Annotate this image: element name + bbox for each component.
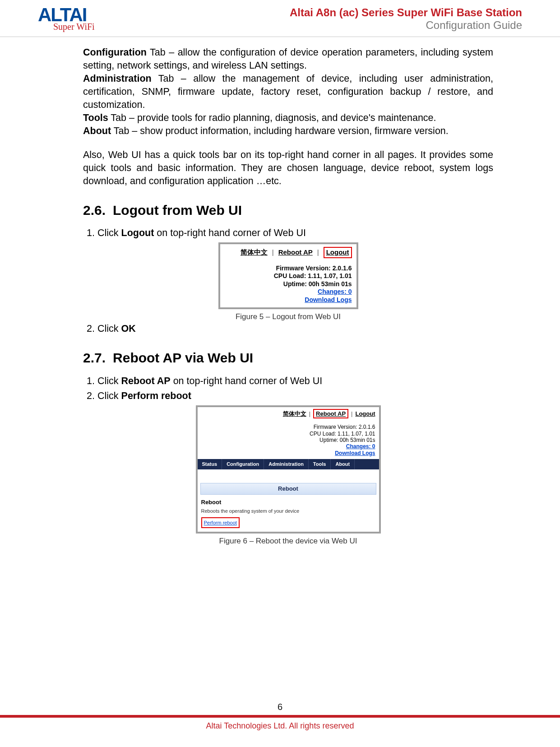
tab-configuration[interactable]: Configuration — [222, 459, 264, 469]
uptime: Uptime: 00h 53min 01s — [201, 437, 375, 443]
header-title-gray: Configuration Guide — [290, 19, 522, 32]
tab-administration[interactable]: Administration — [264, 459, 309, 469]
divider: | — [317, 248, 319, 257]
download-logs-link[interactable]: Download Logs — [335, 450, 375, 456]
about-bold: About — [83, 125, 111, 136]
logo-sub: Super WiFi — [53, 22, 95, 32]
reboot-ap-link[interactable]: Reboot AP — [278, 248, 313, 257]
figure-5: 简体中文 | Reboot AP | Logout Firmware Versi… — [83, 242, 493, 322]
page-footer: 6 Altai Technologies Ltd. All rights res… — [0, 702, 560, 747]
step-text: on top-right hand corner of Web UI — [171, 376, 323, 386]
step-2-7-1: Click Reboot AP on top-right hand corner… — [97, 375, 493, 388]
section-2-6-title: Logout from Web UI — [113, 201, 242, 220]
footer-copyright: Altai Technologies Ltd. All rights reser… — [0, 718, 560, 747]
divider: | — [309, 410, 310, 418]
reboot-desc: Reboots the operating system of your dev… — [198, 507, 379, 515]
step-2-6-1: Click Logout on top-right hand corner of… — [97, 227, 493, 240]
reboot-section-title: Reboot — [198, 497, 379, 507]
figure-5-caption: Figure 5 – Logout from Web UI — [83, 312, 493, 322]
tools-text: Tab – provide tools for radio planning, … — [108, 112, 436, 123]
changes-link[interactable]: Changes: 0 — [346, 443, 375, 450]
page-number: 6 — [0, 702, 560, 712]
firmware-version: Firmware Version: 2.0.1.6 — [201, 424, 375, 430]
info-block: Firmware Version: 2.0.1.6 CPU Load: 1.11… — [225, 264, 352, 304]
language-link-cn[interactable]: 简体中文 — [241, 248, 268, 257]
page-header: ALTAI Super WiFi Altai A8n (ac) Series S… — [0, 0, 560, 36]
also-para: Also, Web UI has a quick tools bar on it… — [83, 148, 493, 188]
perform-reboot-text: Perform reboot — [204, 520, 237, 525]
tab-status[interactable]: Status — [198, 459, 222, 469]
figure-6-frame: 简体中文 | Reboot AP | Logout Firmware Versi… — [196, 405, 381, 534]
administration-bold: Administration — [83, 73, 152, 84]
step-2-7-2: Click Perform reboot — [97, 390, 493, 403]
divider: | — [351, 410, 352, 418]
figure-6: 简体中文 | Reboot AP | Logout Firmware Versi… — [83, 405, 493, 547]
section-2-6-steps: Click Logout on top-right hand corner of… — [83, 227, 493, 240]
tools-bold: Tools — [83, 112, 108, 123]
section-2-7-num: 2.7. — [83, 349, 106, 367]
section-2-7-heading: 2.7. Reboot AP via Web UI — [83, 349, 493, 367]
reboot-bar: Reboot — [200, 483, 376, 495]
configuration-bold: Configuration — [83, 47, 147, 58]
logo-block: ALTAI Super WiFi — [38, 6, 95, 32]
tab-tools[interactable]: Tools — [309, 459, 331, 469]
step-bold: OK — [121, 323, 136, 334]
download-logs-link[interactable]: Download Logs — [305, 296, 352, 303]
header-titles: Altai A8n (ac) Series Super WiFi Base St… — [290, 6, 522, 31]
about-text: Tab – show product information, includin… — [111, 125, 449, 136]
tools-tab-para: Tools Tab – provide tools for radio plan… — [83, 111, 493, 125]
tab-about[interactable]: About — [331, 459, 355, 469]
logout-link[interactable]: Logout — [355, 410, 375, 418]
header-title-red: Altai A8n (ac) Series Super WiFi Base St… — [290, 6, 522, 19]
cpu-load: CPU Load: 1.11, 1.07, 1.01 — [225, 272, 352, 280]
fig6-topbar: 简体中文 | Reboot AP | Logout — [198, 407, 379, 424]
step-text: Click — [97, 323, 121, 334]
language-link-cn[interactable]: 简体中文 — [283, 410, 306, 418]
step-bold: Perform reboot — [121, 390, 191, 401]
fig6-info-block: Firmware Version: 2.0.1.6 CPU Load: 1.11… — [198, 424, 379, 459]
firmware-version: Firmware Version: 2.0.1.6 — [225, 264, 352, 273]
cpu-load: CPU Load: 1.11, 1.07, 1.01 — [201, 431, 375, 437]
section-2-6-steps-cont: Click OK — [83, 322, 493, 335]
perform-reboot-link-highlighted[interactable]: Perform reboot — [201, 517, 240, 528]
section-2-7-steps: Click Reboot AP on top-right hand corner… — [83, 375, 493, 403]
changes-link[interactable]: Changes: 0 — [318, 288, 352, 295]
about-tab-para: About Tab – show product information, in… — [83, 125, 493, 138]
logout-link-highlighted[interactable]: Logout — [324, 247, 352, 258]
step-text: Click — [97, 376, 121, 386]
divider: | — [272, 248, 274, 257]
step-bold: Reboot AP — [121, 376, 171, 386]
figure-5-frame: 简体中文 | Reboot AP | Logout Firmware Versi… — [218, 242, 358, 309]
step-text: on top-right hand corner of Web UI — [154, 227, 306, 238]
reboot-ap-link-highlighted[interactable]: Reboot AP — [313, 409, 348, 419]
figure-6-caption: Figure 6 – Reboot the device via Web UI — [83, 536, 493, 547]
nav-tabs: Status Configuration Administration Tool… — [198, 459, 379, 469]
content: Configuration Tab – allow the configurat… — [0, 37, 560, 565]
section-2-6-heading: 2.6. Logout from Web UI — [83, 201, 493, 220]
section-2-6-num: 2.6. — [83, 201, 106, 220]
perform-reboot-wrap: Perform reboot — [198, 515, 379, 532]
topbar-row: 简体中文 | Reboot AP | Logout — [225, 247, 352, 258]
logo-main: ALTAI — [38, 6, 86, 23]
step-text: Click — [97, 227, 121, 238]
step-bold: Logout — [121, 227, 154, 238]
section-2-7-title: Reboot AP via Web UI — [113, 349, 253, 367]
step-text: Click — [97, 390, 121, 401]
configuration-tab-para: Configuration Tab – allow the configurat… — [83, 46, 493, 72]
step-2-6-2: Click OK — [97, 322, 493, 335]
administration-tab-para: Administration Tab – allow the managemen… — [83, 72, 493, 111]
uptime: Uptime: 00h 53min 01s — [225, 280, 352, 288]
